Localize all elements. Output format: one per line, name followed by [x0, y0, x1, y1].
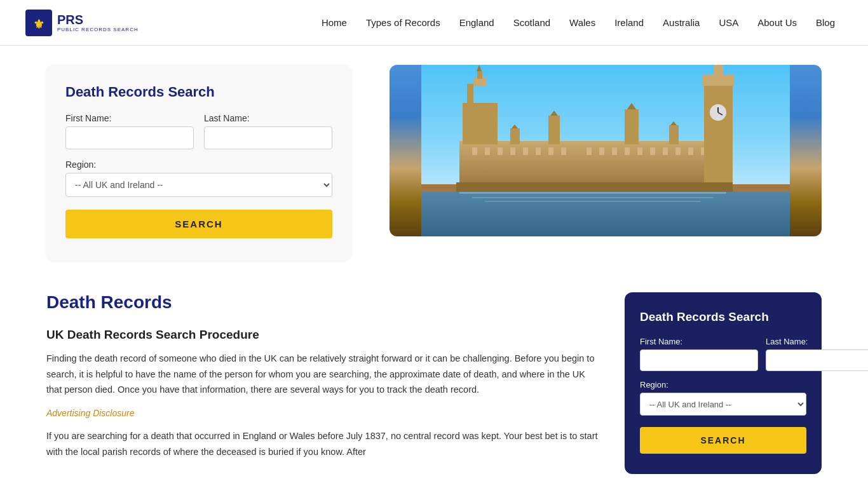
svg-rect-30 [703, 74, 734, 86]
first-name-group: First Name: [65, 113, 194, 149]
search-card-top-title: Death Records Search [65, 84, 332, 100]
sidebar-last-name-label: Last Name: [766, 337, 868, 346]
svg-rect-36 [548, 116, 560, 144]
article-subheading: UK Death Records Search Procedure [46, 328, 599, 342]
search-card-top: Death Records Search First Name: Last Na… [46, 65, 351, 261]
article-paragraph-2: If you are searching for a death that oc… [46, 428, 599, 459]
advertising-disclosure-link[interactable]: Advertising Disclosure [46, 408, 599, 418]
bottom-section: Death Records UK Death Records Search Pr… [46, 292, 822, 474]
hero-image [390, 65, 822, 236]
nav-ireland[interactable]: Ireland [607, 12, 651, 33]
svg-rect-10 [523, 147, 528, 155]
svg-rect-8 [498, 147, 503, 155]
logo-text: PRS [57, 13, 139, 27]
svg-rect-20 [663, 147, 668, 155]
nav-australia[interactable]: Australia [655, 12, 707, 33]
parliament-illustration [390, 65, 822, 236]
nav-wales[interactable]: Wales [562, 12, 603, 33]
nav-scotland[interactable]: Scotland [506, 12, 558, 33]
svg-rect-15 [599, 147, 604, 155]
svg-rect-38 [625, 109, 639, 144]
svg-rect-11 [536, 147, 541, 155]
top-section: Death Records Search First Name: Last Na… [46, 65, 822, 261]
page-content: Death Records Search First Name: Last Na… [21, 46, 847, 488]
sidebar-name-row: First Name: Last Name: [640, 337, 806, 371]
svg-rect-46 [485, 201, 701, 202]
svg-rect-17 [625, 147, 630, 155]
nav-about-us[interactable]: About Us [750, 12, 804, 33]
first-name-input[interactable] [65, 126, 194, 149]
svg-rect-12 [548, 147, 553, 155]
last-name-group: Last Name: [204, 113, 332, 149]
svg-rect-13 [561, 147, 566, 155]
name-fields-row: First Name: Last Name: [65, 113, 332, 149]
svg-rect-18 [637, 147, 642, 155]
svg-rect-7 [485, 147, 490, 155]
last-name-label: Last Name: [204, 113, 332, 123]
svg-rect-34 [714, 65, 723, 76]
sidebar-card-title: Death Records Search [640, 310, 806, 324]
first-name-label: First Name: [65, 113, 194, 123]
main-nav: Home Types of Records England Scotland W… [314, 12, 843, 33]
article-paragraph-1: Finding the death record of someone who … [46, 351, 599, 398]
logo-subtitle: PUBLIC RECORDS SEARCH [57, 27, 139, 32]
sidebar-first-name-input[interactable] [640, 349, 758, 371]
region-group-top: Region: -- All UK and Ireland -- England… [65, 159, 332, 197]
svg-rect-19 [650, 147, 655, 155]
sidebar-region-group: Region: -- All UK and Ireland -- England… [640, 380, 806, 416]
svg-rect-9 [510, 147, 515, 155]
svg-rect-22 [688, 147, 693, 155]
sidebar-first-name-label: First Name: [640, 337, 758, 346]
last-name-input[interactable] [204, 126, 332, 149]
svg-rect-6 [472, 147, 477, 155]
sidebar-first-name-group: First Name: [640, 337, 758, 371]
sidebar-search-button[interactable]: SEARCH [640, 427, 806, 454]
svg-rect-40 [510, 128, 520, 144]
svg-rect-3 [421, 189, 790, 236]
svg-rect-45 [472, 197, 714, 198]
nav-usa[interactable]: USA [711, 12, 746, 33]
nav-blog[interactable]: Blog [808, 12, 843, 33]
region-label-top: Region: [65, 159, 332, 170]
svg-rect-14 [587, 147, 592, 155]
svg-rect-24 [463, 103, 498, 144]
svg-rect-42 [669, 125, 679, 144]
sidebar-last-name-input[interactable] [766, 349, 868, 371]
nav-england[interactable]: England [452, 12, 502, 33]
svg-rect-25 [467, 84, 473, 104]
svg-text:⚜: ⚜ [33, 17, 44, 31]
logo-icon: ⚜ [25, 10, 52, 36]
nav-types-of-records[interactable]: Types of Records [358, 12, 448, 33]
region-select-top[interactable]: -- All UK and Ireland -- England Scotlan… [65, 173, 332, 197]
svg-rect-29 [704, 84, 733, 186]
sidebar-last-name-group: Last Name: [766, 337, 868, 371]
sidebar-search-card: Death Records Search First Name: Last Na… [625, 292, 822, 474]
article-heading: Death Records [46, 292, 599, 313]
svg-rect-47 [456, 182, 733, 192]
search-button-top[interactable]: SEARCH [65, 210, 332, 238]
svg-rect-16 [612, 147, 617, 155]
nav-home[interactable]: Home [314, 12, 355, 33]
sidebar-region-select[interactable]: -- All UK and Ireland -- England Scotlan… [640, 393, 806, 416]
svg-rect-44 [459, 192, 726, 194]
site-logo[interactable]: ⚜ PRS PUBLIC RECORDS SEARCH [25, 10, 139, 36]
hero-image-wrap [390, 65, 822, 236]
svg-rect-21 [675, 147, 681, 155]
sidebar-region-label: Region: [640, 380, 806, 390]
svg-rect-27 [477, 71, 482, 79]
article-area: Death Records UK Death Records Search Pr… [46, 292, 599, 470]
